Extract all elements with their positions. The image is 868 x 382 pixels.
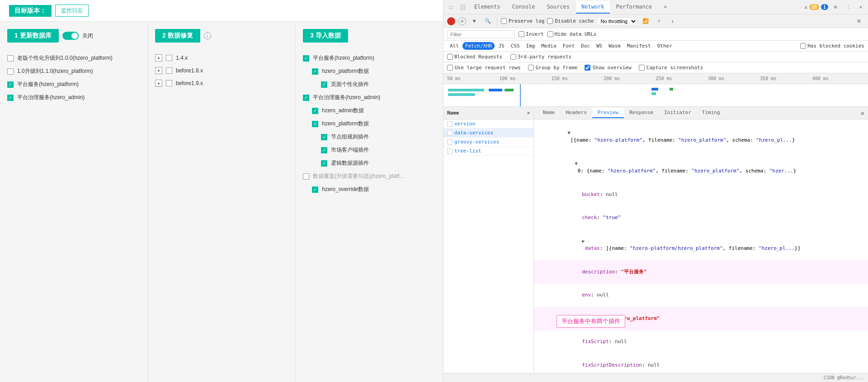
expand-datas[interactable]: ▶ <box>582 238 585 244</box>
type-media[interactable]: Media <box>538 42 559 50</box>
request-item-treelist[interactable]: tree-list <box>443 147 533 156</box>
cb-hzero-override[interactable] <box>312 186 318 193</box>
type-fetch-xhr[interactable]: Fetch/XHR <box>462 42 495 50</box>
throttle-select[interactable]: No throttling <box>597 17 637 25</box>
tab-elements[interactable]: Elements <box>469 1 506 14</box>
blocked-requests-label[interactable]: Blocked Requests <box>447 54 502 60</box>
cb-admin-svc[interactable] <box>303 95 309 101</box>
type-img[interactable]: Img <box>524 42 538 50</box>
tab-response[interactable]: Response <box>624 108 659 118</box>
checkbox-before1.8x[interactable] <box>166 67 172 74</box>
request-item-groovy[interactable]: groovy-services <box>443 138 533 147</box>
tab-initiator[interactable]: Initiator <box>659 108 697 118</box>
search-icon[interactable]: 🔍 <box>482 16 493 27</box>
request-item-data-services[interactable]: data-services <box>443 129 533 138</box>
third-party-label[interactable]: 3rd-party requests <box>510 54 571 60</box>
request-item-version[interactable]: version <box>443 119 533 129</box>
filter-icon[interactable]: ▼ <box>469 16 480 27</box>
wifi-icon[interactable]: 📶 <box>640 16 651 27</box>
blocked-requests-checkbox[interactable] <box>447 54 453 60</box>
item-label: 老版个性化升级到1.0.0(hzero_platform) <box>17 54 113 62</box>
disable-cache-label[interactable]: Disable cache <box>547 18 594 24</box>
type-all[interactable]: All <box>447 42 462 50</box>
upload-icon[interactable]: ↑ <box>654 16 665 27</box>
invert-filter-label[interactable]: Invert <box>519 31 544 37</box>
checkbox-1.4x[interactable] <box>166 55 172 61</box>
invert-checkbox[interactable] <box>519 31 524 37</box>
tab-name[interactable]: Name <box>538 108 561 118</box>
settings-icon[interactable]: ⚙ <box>830 2 841 13</box>
disable-cache-checkbox[interactable] <box>547 18 553 24</box>
devtools-cursor-icon[interactable]: ⬚ <box>445 2 456 13</box>
detail-tabs: Name Headers Preview Response Initiator … <box>534 107 868 119</box>
tab-performance[interactable]: Performance <box>611 1 657 14</box>
has-blocked-cookies-label[interactable]: Has blocked cookies <box>800 43 864 49</box>
cb-hzero-platform-data[interactable] <box>312 68 318 75</box>
tab-sources[interactable]: Sources <box>541 1 575 14</box>
type-font[interactable]: Font <box>560 42 578 50</box>
close-devtools-icon[interactable]: ✕ <box>855 2 866 13</box>
type-doc[interactable]: Doc <box>578 42 593 50</box>
type-css[interactable]: CSS <box>508 42 523 50</box>
type-manifest[interactable]: Manifest <box>624 42 654 50</box>
cb-hzero-platform-data2[interactable] <box>312 121 318 127</box>
monitor-log-button[interactable]: 监控日志 <box>55 5 89 17</box>
more-options-icon[interactable]: ⋮ <box>843 2 854 13</box>
checkbox-upgrade-100[interactable] <box>7 68 14 75</box>
capture-screenshots-checkbox[interactable] <box>639 65 645 71</box>
hide-data-urls-checkbox[interactable] <box>547 31 553 37</box>
tab-timing[interactable]: Timing <box>697 108 726 118</box>
type-ws[interactable]: WS <box>594 42 605 50</box>
tab-console[interactable]: Console <box>507 1 541 14</box>
type-other[interactable]: Other <box>655 42 675 50</box>
info-icon[interactable]: i <box>204 32 211 39</box>
filter-input[interactable] <box>447 30 515 38</box>
checkbox-upgrade-old[interactable] <box>7 55 14 62</box>
checkbox-platform[interactable] <box>7 81 14 88</box>
expand-before1.9x[interactable]: + <box>155 80 162 87</box>
preserve-log-label[interactable]: Preserve log <box>501 18 544 24</box>
show-overview-checkbox[interactable] <box>585 65 590 71</box>
tab-preview[interactable]: Preview <box>592 108 624 118</box>
checkbox-before1.9x[interactable] <box>166 80 172 86</box>
expand-0[interactable]: ▼ <box>575 161 578 167</box>
close-name-panel[interactable]: ✕ <box>527 110 530 116</box>
cb-data-override[interactable] <box>303 173 309 180</box>
cb-page-personalization[interactable] <box>321 81 327 88</box>
cb-hzero-admin-data[interactable] <box>312 108 318 114</box>
download-icon[interactable]: ↓ <box>667 16 678 27</box>
filter-bar: Invert Hide data URLs <box>443 28 868 41</box>
hide-data-urls-label[interactable]: Hide data URLs <box>547 31 597 37</box>
cb-market-client[interactable] <box>321 147 327 153</box>
json-key: check <box>582 215 597 220</box>
devtools-device-icon[interactable]: ⬜ <box>457 2 468 13</box>
info-badge: 1 <box>821 4 828 10</box>
json-key: fixScript <box>582 339 609 344</box>
tab-network[interactable]: Network <box>576 1 610 14</box>
detail-close-button[interactable]: ✕ <box>861 110 864 117</box>
preserve-log-checkbox[interactable] <box>501 18 507 24</box>
group-by-frame-label[interactable]: Group by frame <box>528 65 578 71</box>
cb-platform-svc[interactable] <box>303 55 309 62</box>
expand-root[interactable]: ▼ <box>567 130 571 136</box>
has-blocked-cookies-checkbox[interactable] <box>800 43 806 49</box>
third-party-checkbox[interactable] <box>510 54 516 60</box>
record-button[interactable] <box>447 17 455 25</box>
cb-node-rule[interactable] <box>321 134 327 140</box>
checkbox-admin[interactable] <box>7 95 14 101</box>
tab-more[interactable]: » <box>658 1 672 14</box>
large-rows-checkbox[interactable] <box>447 65 453 71</box>
type-js[interactable]: JS <box>495 42 507 50</box>
capture-screenshots-label[interactable]: Capture screenshots <box>639 65 703 71</box>
col1-toggle[interactable] <box>62 32 79 40</box>
cb-logic-datasource[interactable] <box>321 160 327 167</box>
type-wasm[interactable]: Wasm <box>606 42 623 50</box>
group-by-frame-checkbox[interactable] <box>528 65 534 71</box>
expand-before1.8x[interactable]: + <box>155 67 162 74</box>
tab-headers[interactable]: Headers <box>561 108 592 118</box>
clear-button[interactable]: ⊘ <box>458 17 466 25</box>
show-overview-label[interactable]: Show overview <box>585 65 631 71</box>
expand-icon[interactable]: ⊞ <box>854 16 864 27</box>
large-rows-label[interactable]: Use large request rows <box>447 65 521 71</box>
expand-1.4x[interactable]: + <box>155 54 162 62</box>
